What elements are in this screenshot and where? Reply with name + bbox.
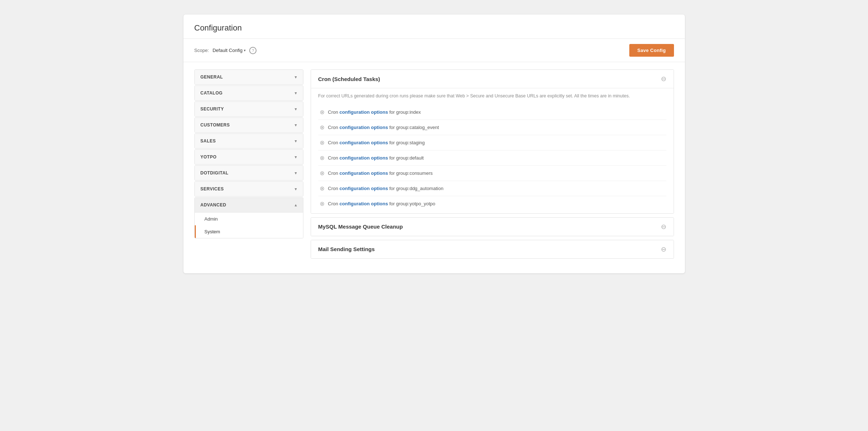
sidebar-item-general: GENERAL ▾	[194, 69, 303, 85]
cron-item-icon: ⊗	[320, 154, 324, 161]
sidebar: GENERAL ▾ CATALOG ▾ SECURITY ▾	[194, 69, 303, 239]
chevron-down-icon: ▾	[295, 155, 297, 160]
sidebar-item-security-header[interactable]: SECURITY ▾	[195, 102, 303, 116]
chevron-down-icon: ▾	[295, 75, 297, 80]
cron-item-icon: ⊗	[320, 139, 324, 146]
main-content: Cron (Scheduled Tasks) ⊖ For correct URL…	[311, 69, 674, 262]
help-icon[interactable]: ?	[249, 47, 257, 54]
cron-item-consumers[interactable]: ⊗ Cron configuration options for group:c…	[318, 166, 666, 181]
help-icon-symbol: ?	[252, 48, 254, 53]
sidebar-item-dotdigital: DOTDIGITAL ▾	[194, 165, 303, 181]
cron-item-icon: ⊗	[320, 124, 324, 131]
sidebar-item-services: SERVICES ▾	[194, 181, 303, 197]
cron-item-staging-label: Cron configuration options for group:sta…	[328, 140, 425, 145]
sidebar-item-advanced-header[interactable]: ADVANCED ▴	[195, 198, 303, 212]
mail-collapse-icon: ⊖	[661, 246, 666, 253]
sidebar-item-advanced-label: ADVANCED	[201, 202, 226, 208]
chevron-down-icon: ▾	[244, 48, 246, 52]
sidebar-item-services-label: SERVICES	[201, 186, 224, 192]
sidebar-item-sales-header[interactable]: SALES ▾	[195, 134, 303, 148]
cron-item-yotpo-yotpo[interactable]: ⊗ Cron configuration options for group:y…	[318, 196, 666, 211]
content-area: GENERAL ▾ CATALOG ▾ SECURITY ▾	[183, 62, 685, 273]
chevron-down-icon: ▾	[295, 171, 297, 176]
sidebar-item-dotdigital-header[interactable]: DOTDIGITAL ▾	[195, 166, 303, 180]
mysql-section-header[interactable]: MySQL Message Queue Cleanup ⊖	[311, 218, 674, 236]
sidebar-sub-item-system[interactable]: System	[195, 225, 303, 238]
sidebar-item-customers: CUSTOMERS ▾	[194, 117, 303, 133]
cron-item-icon: ⊗	[320, 200, 324, 207]
sidebar-item-security-label: SECURITY	[201, 106, 224, 112]
sidebar-item-services-header[interactable]: SERVICES ▾	[195, 182, 303, 196]
sidebar-item-dotdigital-label: DOTDIGITAL	[201, 170, 229, 176]
mysql-section: MySQL Message Queue Cleanup ⊖	[311, 217, 674, 236]
sidebar-sub-item-system-label: System	[205, 229, 220, 234]
cron-section-body: For correct URLs generated during cron r…	[311, 88, 674, 213]
sidebar-item-customers-label: CUSTOMERS	[201, 122, 230, 128]
cron-item-default[interactable]: ⊗ Cron configuration options for group:d…	[318, 150, 666, 166]
sidebar-item-general-label: GENERAL	[201, 74, 223, 80]
sidebar-item-yotpo-label: YOTPO	[201, 154, 217, 160]
sidebar-item-customers-header[interactable]: CUSTOMERS ▾	[195, 118, 303, 132]
cron-item-default-label: Cron configuration options for group:def…	[328, 155, 424, 161]
sidebar-item-advanced: ADVANCED ▴ Admin System	[194, 197, 303, 238]
cron-item-yotpo-yotpo-label: Cron configuration options for group:yot…	[328, 201, 435, 206]
cron-item-catalog-event[interactable]: ⊗ Cron configuration options for group:c…	[318, 120, 666, 135]
sidebar-item-sales: SALES ▾	[194, 133, 303, 149]
mail-section: Mail Sending Settings ⊖	[311, 240, 674, 259]
page-header: Configuration	[183, 15, 685, 39]
scope-select[interactable]: Default Config ▾	[213, 48, 246, 53]
sidebar-item-security: SECURITY ▾	[194, 101, 303, 117]
scope-value: Default Config	[213, 48, 242, 53]
page-title: Configuration	[194, 23, 674, 33]
cron-section-info: For correct URLs generated during cron r…	[318, 93, 666, 100]
cron-item-ddg-automation-label: Cron configuration options for group:ddg…	[328, 186, 444, 191]
cron-item-staging[interactable]: ⊗ Cron configuration options for group:s…	[318, 135, 666, 150]
cron-item-icon: ⊗	[320, 185, 324, 192]
save-config-button[interactable]: Save Config	[629, 44, 674, 57]
cron-item-index[interactable]: ⊗ Cron configuration options for group:i…	[318, 105, 666, 120]
chevron-down-icon: ▾	[295, 139, 297, 144]
sidebar-item-yotpo-header[interactable]: YOTPO ▾	[195, 150, 303, 164]
cron-item-icon: ⊗	[320, 109, 324, 116]
sidebar-item-yotpo: YOTPO ▾	[194, 149, 303, 165]
mysql-collapse-icon: ⊖	[661, 223, 666, 230]
cron-section-title: Cron (Scheduled Tasks)	[318, 76, 380, 82]
chevron-down-icon: ▾	[295, 91, 297, 96]
cron-collapse-icon: ⊖	[661, 76, 666, 82]
mail-section-title: Mail Sending Settings	[318, 246, 375, 252]
cron-item-ddg-automation[interactable]: ⊗ Cron configuration options for group:d…	[318, 181, 666, 196]
mysql-section-title: MySQL Message Queue Cleanup	[318, 223, 403, 230]
toolbar: Scope: Default Config ▾ ? Save Config	[183, 39, 685, 62]
sidebar-item-sales-label: SALES	[201, 138, 216, 144]
sidebar-item-catalog-header[interactable]: CATALOG ▾	[195, 86, 303, 100]
sidebar-item-catalog-label: CATALOG	[201, 90, 223, 96]
cron-item-consumers-label: Cron configuration options for group:con…	[328, 170, 433, 176]
scope-label: Scope:	[194, 48, 209, 53]
sidebar-sub-item-admin-label: Admin	[205, 216, 218, 222]
sidebar-advanced-sub: Admin System	[195, 212, 303, 238]
sidebar-item-catalog: CATALOG ▾	[194, 85, 303, 101]
sidebar-item-general-header[interactable]: GENERAL ▾	[195, 70, 303, 84]
chevron-down-icon: ▾	[295, 107, 297, 112]
scope-area: Scope: Default Config ▾ ?	[194, 47, 257, 54]
mail-section-header[interactable]: Mail Sending Settings ⊖	[311, 240, 674, 258]
chevron-down-icon: ▾	[295, 187, 297, 192]
cron-section: Cron (Scheduled Tasks) ⊖ For correct URL…	[311, 69, 674, 214]
cron-item-catalog-event-label: Cron configuration options for group:cat…	[328, 125, 439, 130]
cron-section-header[interactable]: Cron (Scheduled Tasks) ⊖	[311, 70, 674, 88]
sidebar-sub-item-admin[interactable]: Admin	[195, 213, 303, 225]
chevron-up-icon: ▴	[295, 203, 297, 208]
chevron-down-icon: ▾	[295, 123, 297, 128]
cron-item-index-label: Cron configuration options for group:ind…	[328, 109, 421, 115]
cron-item-icon: ⊗	[320, 170, 324, 177]
page-container: Configuration Scope: Default Config ▾ ? …	[183, 15, 685, 273]
